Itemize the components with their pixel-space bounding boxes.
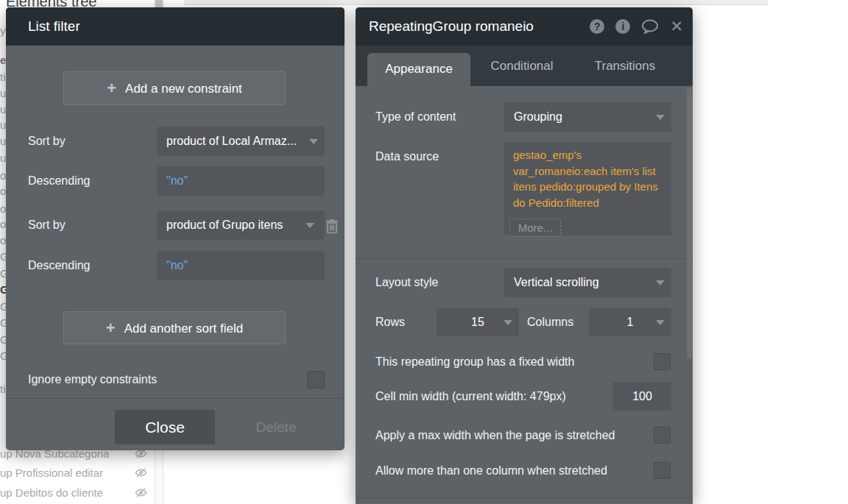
fixed-width-label: This repeating group has a fixed width [375,353,574,370]
descending-input[interactable]: "no" [157,251,325,280]
ignore-empty-checkbox[interactable] [307,371,325,388]
plus-icon: + [106,319,116,337]
footer-divider [6,398,344,399]
add-constraint-button[interactable]: +Add a new constraint [63,71,286,105]
panel-scrollbar-thumb[interactable] [687,88,692,359]
canvas-element-edge [184,0,768,5]
delete-button[interactable]: Delete [227,410,325,444]
sort-by-label: Sort by [28,127,66,156]
tree-item[interactable]: up Debitos do cliente [0,486,158,499]
sort-by-value: product of Local Armaz... [157,127,325,156]
chevron-down-icon [504,320,512,325]
sort-by-value: product of Grupo itens [157,210,325,240]
layout-style-label: Layout style [375,268,438,297]
tree-item-label: up Profissional editar [0,466,103,479]
sort-by-dropdown[interactable]: product of Grupo itens [157,210,325,240]
list-filter-titlebar: List filter [6,7,344,46]
max-width-label: Apply a max width when the page is stret… [375,427,615,444]
descending-value: "no" [157,166,325,196]
tree-item-label: up Debitos do cliente [0,486,103,499]
trash-icon[interactable] [325,219,339,233]
tree-item-fragment: ti [0,383,6,395]
descending-label: Descending [28,166,91,196]
tab-transitions[interactable]: Transitions [573,46,676,86]
bubble-editor: Elements tree ye gtiupupupupupororororor… [0,0,848,504]
property-editor-dialog: RepeatingGroup romaneio ? i ✕ Appearance… [356,7,693,504]
columns-dropdown[interactable]: 1 [589,308,671,336]
tabbar: Appearance Conditional Transitions [356,46,693,86]
ignore-empty-label: Ignore empty constraints [28,371,157,388]
descending-value: "no" [157,251,325,280]
tree-item[interactable]: up Profissional editar [0,466,158,479]
chevron-down-icon [309,139,318,144]
help-icon[interactable]: ? [590,19,604,34]
plus-icon: + [107,79,116,97]
rows-dropdown[interactable]: 15 [437,308,519,336]
cell-min-width-input[interactable]: 100 [613,382,671,411]
chevron-down-icon [305,223,314,228]
type-of-content-dropdown[interactable]: Grouping [504,102,671,132]
layout-style-value: Vertical scrolling [504,268,671,297]
section-divider [356,258,693,259]
dialog-title: RepeatingGroup romaneio [369,7,534,46]
list-filter-dialog: List filter +Add a new constraint Sort b… [6,7,344,450]
cell-min-width-label: Cell min width (current width: 479px) [375,382,566,411]
columns-label: Columns [527,308,573,336]
tree-item-fragment: ti [0,71,6,83]
fixed-width-checkbox[interactable] [654,353,671,370]
layout-style-dropdown[interactable]: Vertical scrolling [504,268,671,297]
descending-input[interactable]: "no" [157,166,325,196]
type-of-content-value: Grouping [504,102,671,132]
add-sort-field-label: Add another sort field [124,322,244,336]
property-editor-titlebar: RepeatingGroup romaneio ? i ✕ [356,7,693,46]
more-button[interactable]: More... [509,219,561,237]
tab-appearance[interactable]: Appearance [367,53,470,86]
close-icon[interactable]: ✕ [670,19,683,34]
data-source-value: gestao_emp's var_romaneio:each item's li… [513,149,658,209]
add-constraint-label: Add a new constraint [125,82,242,96]
sort-by-label: Sort by [28,210,66,240]
max-width-checkbox[interactable] [654,427,671,444]
comment-icon[interactable] [641,19,659,34]
descending-label: Descending [28,251,91,280]
dialog-title: List filter [28,7,80,46]
chevron-down-icon [656,320,665,325]
rows-label: Rows [375,308,405,336]
section-divider [356,497,693,498]
cell-min-width-value: 100 [613,382,671,411]
chevron-down-icon [656,115,665,120]
multi-column-label: Allow more than one column when stretche… [375,462,607,479]
tab-conditional[interactable]: Conditional [470,46,573,86]
type-of-content-label: Type of content [375,102,456,132]
add-sort-field-button[interactable]: +Add another sort field [63,311,286,344]
data-source-label: Data source [375,142,439,171]
tree-item-fragment: y [0,24,6,37]
eye-slash-icon[interactable] [135,487,147,498]
multi-column-checkbox[interactable] [654,462,671,479]
sort-by-dropdown[interactable]: product of Local Armaz... [157,127,325,156]
eye-slash-icon[interactable] [135,467,147,478]
chevron-down-icon [656,280,665,285]
info-icon[interactable]: i [615,19,630,34]
close-button[interactable]: Close [115,410,215,444]
